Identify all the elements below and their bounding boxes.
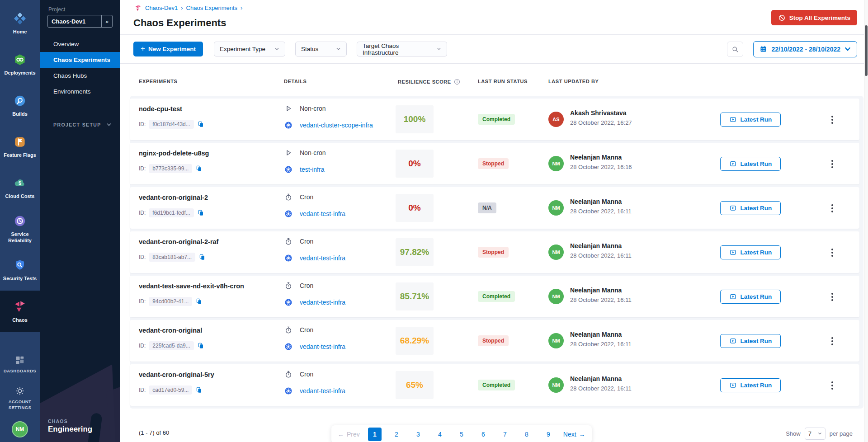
infra-link[interactable]: vedant-test-infra: [300, 387, 345, 395]
sidebar-item-environments[interactable]: Environments: [40, 84, 120, 99]
latest-run-button[interactable]: Latest Run: [720, 290, 781, 304]
latest-run-button[interactable]: Latest Run: [720, 157, 781, 171]
page-button-9[interactable]: 9: [542, 428, 555, 441]
resilience-score: 85.71%: [400, 292, 429, 301]
experiment-name[interactable]: vedant-cron-original-5ry: [139, 371, 214, 378]
resilience-score-box: 100%: [396, 105, 434, 133]
infra-link[interactable]: vedant-test-infra: [300, 343, 345, 350]
latest-run-button[interactable]: Latest Run: [720, 334, 781, 348]
date-range-picker[interactable]: 22/10/2022 - 28/10/2022: [753, 41, 857, 57]
experiment-row: node-cpu-test ID: f0c187d4-43d... Non-cr…: [130, 99, 859, 140]
row-menu-kebab-icon[interactable]: [831, 385, 833, 386]
project-selector[interactable]: Chaos-Dev1 »: [47, 15, 113, 28]
page-button-8[interactable]: 8: [520, 428, 533, 441]
play-outline-icon: [284, 104, 293, 113]
infra-link[interactable]: vedant-test-infra: [300, 210, 345, 217]
sidebar-item-overview[interactable]: Overview: [40, 36, 120, 52]
experiment-id-row: ID: cad17ed0-59...: [139, 386, 203, 395]
latest-run-button[interactable]: Latest Run: [720, 113, 781, 127]
rail-item-service-reliability[interactable]: Service Reliability: [0, 208, 40, 249]
experiment-name[interactable]: node-cpu-test: [139, 105, 182, 113]
rail-item-account-settings[interactable]: ACCOUNT SETTINGS: [0, 381, 40, 415]
updated-by-name: Neelanjan Manna: [570, 331, 622, 338]
chevron-down-icon: [818, 432, 822, 436]
rail-item-feature-flags[interactable]: Feature Flags: [0, 126, 40, 167]
breadcrumb-link-project[interactable]: Chaos-Dev1: [145, 5, 178, 11]
rail-item-dashboards[interactable]: DASHBOARDS: [2, 348, 38, 381]
rail-item-cloud-costs[interactable]: $ Cloud Costs: [0, 167, 40, 208]
rail-item-builds[interactable]: Builds: [0, 85, 40, 126]
vertical-scrollbar[interactable]: [864, 0, 868, 442]
page-button-6[interactable]: 6: [476, 428, 490, 441]
chevron-down-icon: [336, 47, 341, 52]
copy-icon[interactable]: [195, 386, 203, 394]
copy-icon[interactable]: [197, 209, 204, 216]
avatar: NM: [548, 333, 564, 348]
rail-item-chaos[interactable]: Chaos: [0, 291, 40, 332]
experiment-type-label: Non-cron: [300, 105, 326, 112]
copy-icon[interactable]: [197, 121, 204, 128]
page-button-7[interactable]: 7: [498, 428, 512, 441]
page-button-3[interactable]: 3: [411, 428, 425, 441]
row-menu-kebab-icon[interactable]: [831, 207, 833, 209]
experiment-id-label: ID:: [139, 254, 146, 260]
latest-run-label: Latest Run: [741, 116, 772, 123]
prev-arrow-icon: ←: [338, 431, 344, 438]
target-infrastructure-filter[interactable]: Target Chaos Infrastructure: [357, 42, 447, 56]
plus-icon: +: [141, 44, 145, 53]
latest-run-button[interactable]: Latest Run: [720, 378, 781, 392]
breadcrumb-link-experiments[interactable]: Chaos Experiments: [186, 5, 237, 11]
page-size-select[interactable]: 7: [805, 428, 826, 440]
rail-item-security-tests[interactable]: Security Tests: [0, 249, 40, 291]
row-menu-kebab-icon[interactable]: [831, 340, 833, 342]
user-avatar[interactable]: NM: [12, 421, 28, 437]
infra-link[interactable]: test-infra: [300, 166, 324, 173]
sidebar-item-chaos-experiments[interactable]: Chaos Experiments: [40, 52, 120, 68]
infra-link[interactable]: vedant-test-infra: [300, 299, 345, 306]
page-button-4[interactable]: 4: [433, 428, 447, 441]
page-button-5[interactable]: 5: [455, 428, 468, 441]
latest-run-button[interactable]: Latest Run: [720, 201, 781, 215]
search-button[interactable]: [727, 42, 743, 57]
experiment-type-row: Non-cron: [284, 104, 326, 113]
experiment-name[interactable]: vedant-cron-original-2: [139, 194, 208, 201]
info-icon[interactable]: [454, 79, 460, 85]
row-menu-kebab-icon[interactable]: [831, 252, 833, 254]
experiment-name[interactable]: vedant-cron-original-2-raf: [139, 238, 218, 245]
column-header-last-run-status: LAST RUN STATUS: [478, 79, 528, 84]
page-button-1[interactable]: 1: [368, 428, 382, 441]
page-button-2[interactable]: 2: [390, 428, 403, 441]
new-experiment-button[interactable]: + New Experiment: [133, 42, 203, 56]
copy-icon[interactable]: [198, 254, 206, 261]
experiment-name[interactable]: nginx-pod-delete-u8sg: [139, 150, 209, 157]
experiment-type-filter[interactable]: Experiment Type: [214, 42, 285, 56]
experiment-id-row: ID: f0c187d4-43d...: [139, 120, 204, 129]
copy-icon[interactable]: [195, 165, 203, 172]
row-menu-kebab-icon[interactable]: [831, 119, 833, 121]
experiment-id-row: ID: b773c335-99...: [139, 164, 203, 173]
main-content: Chaos-Dev1 › Chaos Experiments › Chaos E…: [120, 0, 868, 442]
updated-by-name: Neelanjan Manna: [570, 375, 622, 382]
experiment-name[interactable]: vedant-test-save-nd-exit-v8h-cron: [139, 282, 244, 290]
prev-page-button[interactable]: ←Prev: [338, 428, 360, 441]
sidebar-item-chaos-hubs[interactable]: Chaos Hubs: [40, 68, 120, 84]
latest-run-button[interactable]: Latest Run: [720, 245, 781, 259]
stop-all-experiments-button[interactable]: Stop All Experiments: [771, 10, 857, 25]
experiment-name[interactable]: vedant-cron-original: [139, 327, 202, 334]
infra-link[interactable]: vedant-cluster-scope-infra: [300, 122, 373, 129]
experiment-type-row: Cron: [284, 193, 313, 202]
infra-link[interactable]: vedant-test-infra: [300, 254, 345, 262]
resilience-score-box: 68.29%: [396, 327, 434, 355]
copy-icon[interactable]: [195, 298, 203, 305]
row-menu-kebab-icon[interactable]: [831, 163, 833, 165]
resilience-score: 0%: [408, 159, 420, 169]
scrollbar-thumb[interactable]: [865, 25, 868, 76]
rail-item-home[interactable]: Home: [0, 3, 40, 44]
row-menu-kebab-icon[interactable]: [831, 296, 833, 298]
copy-icon[interactable]: [197, 342, 204, 349]
expand-projects-icon[interactable]: »: [101, 15, 112, 27]
next-page-button[interactable]: Next→: [563, 428, 585, 441]
rail-item-deployments[interactable]: Deployments: [0, 44, 40, 85]
project-setup-toggle[interactable]: PROJECT SETUP: [53, 122, 112, 127]
status-filter[interactable]: Status: [295, 42, 347, 56]
